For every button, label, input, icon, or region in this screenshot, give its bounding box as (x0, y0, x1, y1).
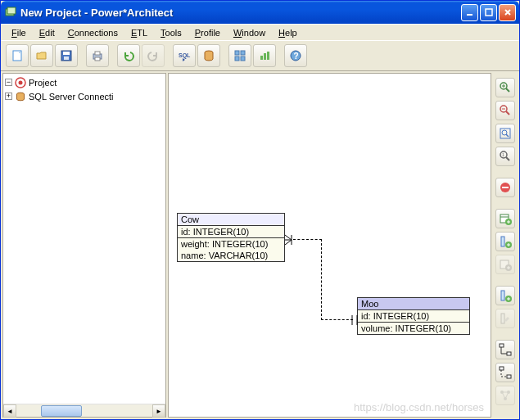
expand-toggle-icon[interactable]: − (5, 79, 12, 86)
menu-help[interactable]: Help (273, 26, 303, 39)
svg-rect-1 (7, 7, 16, 14)
menu-edit[interactable]: Edit (34, 26, 61, 39)
table-title: Moo (358, 298, 469, 310)
minimize-button[interactable] (461, 4, 478, 21)
menu-etl[interactable]: ETL (125, 26, 153, 39)
svg-rect-49 (501, 314, 504, 323)
zoom-reset-button[interactable]: 1 (495, 147, 515, 166)
table-column: id: INTEGER(10) (358, 310, 469, 322)
redo-button (142, 44, 165, 67)
svg-rect-7 (64, 56, 69, 60)
watermark: https://blog.csdn.net/horses (354, 401, 484, 413)
auto-layout-button[interactable] (495, 386, 515, 405)
close-button[interactable] (499, 4, 516, 21)
relationship-line[interactable] (293, 239, 322, 240)
svg-line-36 (506, 157, 509, 160)
content-area: − Project + SQL Server Connecti ◄ ► Cow (1, 71, 519, 419)
menu-bar: File Edit Connections ETL Tools Profile … (1, 24, 519, 40)
table-title: Cow (178, 214, 284, 226)
one-end-icon (349, 314, 359, 326)
side-toolbar: 1 (493, 73, 518, 418)
menu-connections[interactable]: Connections (62, 26, 124, 39)
svg-rect-15 (235, 56, 239, 61)
zoom-in-button[interactable] (495, 78, 515, 97)
chart-button[interactable] (253, 44, 276, 67)
new-table-button[interactable] (495, 209, 515, 228)
zoom-fit-button[interactable] (495, 124, 515, 143)
svg-line-34 (506, 134, 509, 137)
window-controls (461, 4, 516, 21)
svg-point-23 (19, 80, 23, 84)
new-button[interactable] (6, 44, 29, 67)
app-icon (4, 6, 17, 19)
delete-button[interactable] (495, 178, 515, 197)
svg-rect-2 (467, 14, 473, 16)
svg-line-30 (506, 111, 509, 115)
tree-label: SQL Server Connecti (29, 92, 114, 102)
svg-rect-18 (264, 53, 266, 60)
table-column: name: VARCHAR(10) (178, 250, 284, 261)
scroll-thumb[interactable] (41, 405, 82, 417)
svg-rect-51 (507, 352, 511, 355)
svg-rect-6 (63, 52, 70, 55)
expand-toggle-icon[interactable]: + (5, 93, 12, 100)
crowfoot-icon (284, 234, 296, 246)
horizontal-scrollbar[interactable]: ◄ ► (3, 404, 165, 417)
svg-rect-50 (500, 344, 504, 347)
svg-rect-17 (260, 56, 263, 60)
svg-rect-3 (486, 9, 492, 16)
edit-column-button[interactable] (495, 309, 515, 328)
tree-panel: − Project + SQL Server Connecti ◄ ► (2, 73, 166, 418)
svg-rect-9 (95, 52, 100, 55)
relationship-line[interactable] (321, 239, 322, 320)
save-button[interactable] (55, 44, 78, 67)
target-icon (14, 76, 27, 89)
svg-rect-39 (502, 187, 509, 188)
svg-rect-53 (507, 375, 511, 378)
tree-sql-connection-node[interactable]: + SQL Server Connecti (5, 89, 164, 103)
menu-tools[interactable]: Tools (155, 26, 188, 39)
scroll-left-icon[interactable]: ◄ (3, 404, 16, 418)
open-button[interactable] (30, 44, 53, 67)
tree-project-node[interactable]: − Project (5, 75, 164, 89)
tree-body: − Project + SQL Server Connecti (3, 74, 165, 404)
table-column: weight: INTEGER(10) (178, 238, 284, 250)
print-button[interactable] (86, 44, 109, 67)
svg-rect-43 (501, 237, 504, 246)
help-button[interactable]: ? (284, 44, 307, 67)
new-index-button[interactable] (495, 255, 515, 274)
table-moo[interactable]: Moo id: INTEGER(10) volume: INTEGER(10) (357, 297, 470, 335)
svg-rect-52 (500, 367, 504, 370)
main-toolbar: SQL ? (1, 40, 519, 71)
svg-rect-14 (241, 51, 245, 55)
table-column: volume: INTEGER(10) (358, 323, 469, 334)
scroll-right-icon[interactable]: ► (152, 404, 165, 418)
db-button[interactable] (197, 44, 220, 67)
window-title: New Project - Power*Architect (20, 7, 461, 19)
svg-rect-13 (235, 51, 239, 55)
table-cow[interactable]: Cow id: INTEGER(10) weight: INTEGER(10) … (177, 213, 285, 262)
svg-text:?: ? (294, 52, 299, 61)
menu-profile[interactable]: Profile (189, 26, 226, 39)
svg-rect-19 (267, 52, 269, 60)
new-identifying-relationship-button[interactable] (495, 340, 515, 359)
svg-text:1: 1 (502, 152, 504, 157)
maximize-button[interactable] (480, 4, 497, 21)
diagram-canvas[interactable]: Cow id: INTEGER(10) weight: INTEGER(10) … (168, 73, 491, 418)
tree-label: Project (29, 78, 57, 88)
svg-rect-10 (95, 57, 100, 61)
new-column-button[interactable] (495, 232, 515, 251)
insert-column-button[interactable] (495, 286, 515, 305)
sql-button[interactable]: SQL (173, 44, 196, 67)
title-bar[interactable]: New Project - Power*Architect (1, 1, 519, 24)
svg-rect-47 (501, 291, 504, 300)
zoom-out-button[interactable] (495, 101, 515, 120)
profile-button[interactable] (228, 44, 251, 67)
svg-text:SQL: SQL (179, 52, 191, 59)
svg-rect-16 (241, 56, 245, 61)
table-column: id: INTEGER(10) (178, 226, 284, 237)
new-nonidentifying-relationship-button[interactable] (495, 363, 515, 382)
undo-button[interactable] (117, 44, 140, 67)
menu-window[interactable]: Window (228, 26, 271, 39)
menu-file[interactable]: File (6, 26, 32, 39)
